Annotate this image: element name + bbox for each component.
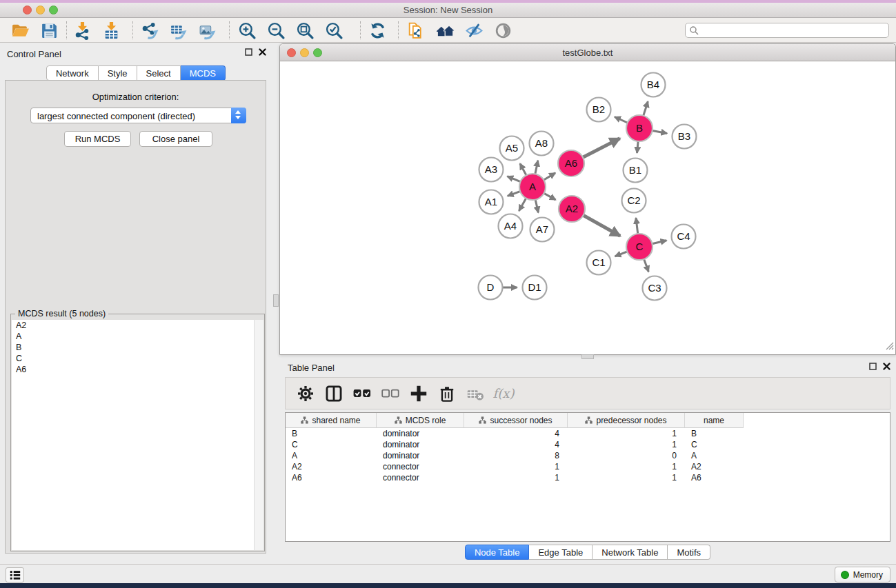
import-network-icon[interactable] <box>72 20 92 41</box>
graph-node-B2[interactable]: B2 <box>587 98 611 122</box>
network-window-titlebar[interactable]: testGlobe.txt <box>280 44 895 61</box>
run-mcds-button[interactable]: Run MCDS <box>64 131 131 147</box>
control-panel-tabs: NetworkStyleSelectMCDS <box>0 65 272 81</box>
graph-node-D[interactable]: D <box>479 276 503 300</box>
select-stepper-icon <box>231 108 246 123</box>
search-input[interactable] <box>702 24 885 37</box>
close-panel-icon[interactable] <box>883 363 890 370</box>
tab-network[interactable]: Network <box>46 65 99 81</box>
tab-network-table[interactable]: Network Table <box>593 545 668 560</box>
graph-node-A3[interactable]: A3 <box>479 158 504 182</box>
graph-node-A5[interactable]: A5 <box>500 136 524 161</box>
table-row[interactable]: Bdominator41B <box>286 428 890 439</box>
hide-eye-icon[interactable] <box>464 20 484 41</box>
graph-node-C3[interactable]: C3 <box>643 276 667 301</box>
graph-node-C1[interactable]: C1 <box>587 251 611 275</box>
column-header-shared-name[interactable]: shared name <box>286 413 377 428</box>
graph-node-A1[interactable]: A1 <box>479 190 504 214</box>
graph-node-A6[interactable]: A6 <box>558 150 584 176</box>
import-table-icon[interactable] <box>101 20 121 41</box>
graph-node-A[interactable]: A <box>519 174 546 200</box>
table-row[interactable]: Adominator80A <box>286 450 890 461</box>
tab-mcds[interactable]: MCDS <box>181 65 226 81</box>
float-panel-icon[interactable] <box>869 363 877 370</box>
tab-motifs[interactable]: Motifs <box>668 545 710 560</box>
criterion-select[interactable]: largest connected component (directed) <box>30 108 246 123</box>
zoom-out-icon[interactable] <box>266 20 286 41</box>
search-icon <box>689 26 699 38</box>
graph-node-C4[interactable]: C4 <box>672 225 696 249</box>
export-network-icon[interactable] <box>139 20 159 41</box>
svg-text:A: A <box>529 181 536 192</box>
delete-column-icon[interactable] <box>438 385 456 402</box>
mcds-result-item[interactable]: A <box>12 331 263 342</box>
zoom-in-icon[interactable] <box>237 20 257 41</box>
table-cell: A <box>286 450 377 461</box>
graph-node-C2[interactable]: C2 <box>622 189 646 213</box>
graph-node-A4[interactable]: A4 <box>499 214 523 239</box>
table-cell: 0 <box>568 450 685 461</box>
column-header-name[interactable]: name <box>685 413 744 428</box>
tab-edge-table[interactable]: Edge Table <box>529 545 593 560</box>
export-table-icon[interactable] <box>168 20 188 41</box>
task-history-button[interactable] <box>6 567 24 582</box>
export-group <box>139 20 217 41</box>
table-cell: 4 <box>464 428 568 439</box>
table-cell: 1 <box>464 461 568 472</box>
tree-icon <box>395 416 402 424</box>
column-header-predecessor-nodes[interactable]: predecessor nodes <box>568 413 685 428</box>
zoom-selected-icon[interactable] <box>323 20 344 41</box>
mcds-result-item[interactable]: A6 <box>12 364 263 375</box>
network-canvas[interactable]: B4B2BB3A8A5A6A3B1AA1C2A2A4A7C4CC1C3DD1 <box>280 61 895 354</box>
table-cell: A2 <box>685 461 744 472</box>
svg-text:C3: C3 <box>648 282 661 294</box>
memory-label: Memory <box>853 570 883 580</box>
table-settings-icon[interactable] <box>297 385 315 402</box>
resize-grip-icon[interactable] <box>885 341 894 352</box>
float-panel-icon[interactable] <box>245 48 252 56</box>
result-scrollbar[interactable] <box>254 320 263 550</box>
memory-button[interactable]: Memory <box>835 567 890 582</box>
graph-node-B[interactable]: B <box>626 115 653 141</box>
mcds-result-group: MCDS result (5 nodes) A2ABCA6 <box>10 314 265 551</box>
close-panel-icon[interactable] <box>259 48 266 56</box>
graph-node-A2[interactable]: A2 <box>559 196 585 222</box>
graph-node-D1[interactable]: D1 <box>523 276 547 300</box>
export-image-icon[interactable] <box>197 20 217 41</box>
tab-style[interactable]: Style <box>99 65 137 81</box>
mcds-result-item[interactable]: B <box>12 342 263 353</box>
graph-node-B3[interactable]: B3 <box>673 125 697 149</box>
deselect-all-icon[interactable] <box>381 385 399 402</box>
save-session-icon[interactable] <box>39 20 59 41</box>
graph-node-A8[interactable]: A8 <box>530 132 554 156</box>
add-column-icon[interactable] <box>410 385 428 402</box>
column-layout-icon[interactable] <box>325 385 343 402</box>
houses-icon[interactable] <box>435 20 455 41</box>
table-row[interactable]: Cdominator41C <box>286 439 890 450</box>
tab-select[interactable]: Select <box>137 65 181 81</box>
close-panel-button[interactable]: Close panel <box>139 131 212 147</box>
zoom-fit-icon[interactable] <box>295 20 315 41</box>
tab-node-table[interactable]: Node Table <box>465 545 530 560</box>
status-bar: Memory <box>0 564 896 583</box>
function-builder-icon[interactable]: f(x) <box>495 385 512 402</box>
graph-node-B4[interactable]: B4 <box>641 73 666 97</box>
column-header-mcds-role[interactable]: MCDS role <box>377 413 464 428</box>
column-header-successor-nodes[interactable]: successor nodes <box>464 413 568 428</box>
select-all-icon[interactable] <box>353 385 371 402</box>
table-row[interactable]: A6connector11A6 <box>286 472 890 483</box>
column-label: MCDS role <box>406 416 446 425</box>
graph-node-C[interactable]: C <box>626 234 653 260</box>
graph-node-B1[interactable]: B1 <box>624 159 648 183</box>
mcds-result-item[interactable]: A2 <box>12 320 263 331</box>
mcds-result-item[interactable]: C <box>12 353 263 364</box>
contrast-eye-icon[interactable] <box>492 20 513 41</box>
vertical-split-handle[interactable] <box>273 294 279 307</box>
delete-table-icon[interactable] <box>466 385 484 402</box>
open-file-icon[interactable] <box>10 20 30 41</box>
graph-node-A7[interactable]: A7 <box>530 218 555 242</box>
table-cell: A6 <box>286 472 377 483</box>
document-network-icon[interactable] <box>406 20 426 41</box>
refresh-icon[interactable] <box>367 20 388 41</box>
table-row[interactable]: A2connector11A2 <box>286 461 890 472</box>
